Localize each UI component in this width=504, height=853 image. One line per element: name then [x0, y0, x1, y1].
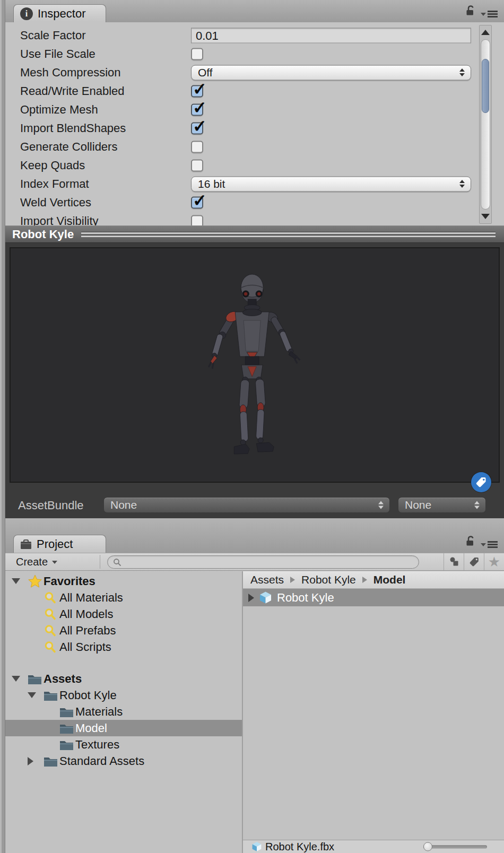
- preview-header[interactable]: Robot Kyle: [5, 225, 504, 243]
- tree-item-materials[interactable]: Materials: [5, 703, 242, 720]
- lock-open-icon[interactable]: [465, 535, 475, 550]
- generate-colliders-checkbox[interactable]: [191, 141, 203, 153]
- tree-item-all-scripts[interactable]: All Scripts: [5, 639, 242, 655]
- scale-factor-row: Scale Factor0.01: [5, 26, 504, 45]
- search-input[interactable]: [125, 556, 413, 568]
- scale-factor-label: Scale Factor: [20, 29, 86, 42]
- assetbundle-variant-dropdown[interactable]: None: [398, 497, 486, 513]
- tree-item-label: All Prefabs: [59, 624, 116, 638]
- tree-item-label: Assets: [44, 672, 82, 686]
- expander-open-icon[interactable]: [12, 676, 28, 682]
- robot-right-arm: [264, 310, 300, 363]
- optimize-mesh-checkbox[interactable]: ✓: [191, 103, 203, 116]
- project-tabbar: Project: [5, 518, 504, 553]
- keep-quads-checkbox[interactable]: [191, 159, 203, 171]
- search-icon: [44, 624, 59, 638]
- checkmark-icon: ✓: [193, 99, 207, 116]
- thumbnail-zoom-slider[interactable]: [423, 842, 487, 851]
- tab-inspector[interactable]: i Inspector: [13, 4, 106, 22]
- assetbundle-value: None: [110, 499, 137, 511]
- scale-factor-field[interactable]: 0.01: [191, 28, 471, 43]
- robot-right-leg: [255, 377, 274, 452]
- tree-item-standard-assets[interactable]: Standard Assets: [5, 753, 242, 769]
- tab-project[interactable]: Project: [13, 535, 106, 553]
- project-main-pane: AssetsRobot KyleModel Robot Kyle Robot K…: [243, 571, 504, 853]
- dropdown-arrows-icon: [378, 501, 384, 509]
- mesh-compression-dropdown[interactable]: Off: [191, 65, 471, 80]
- expander-closed-icon[interactable]: [28, 757, 44, 765]
- optimize-mesh-label: Optimize Mesh: [20, 103, 98, 117]
- toolbar-divider: [100, 555, 100, 569]
- expander-open-icon[interactable]: [28, 692, 44, 698]
- mesh-compression-label: Mesh Compression: [20, 66, 121, 80]
- tree-item-model[interactable]: Model: [5, 720, 242, 736]
- tree-item-label: Textures: [75, 738, 119, 752]
- preview-title: Robot Kyle: [12, 228, 74, 241]
- breadcrumb-robot-kyle[interactable]: Robot Kyle: [301, 573, 356, 586]
- create-button[interactable]: Create: [13, 555, 60, 569]
- tag-icon: [475, 476, 487, 488]
- breadcrumb: AssetsRobot KyleModel: [243, 571, 504, 589]
- panel-menu-icon[interactable]: [481, 541, 498, 550]
- assetbundle-dropdown[interactable]: None: [103, 497, 390, 513]
- scrollbar-track[interactable]: [481, 39, 490, 210]
- tree-item-all-prefabs[interactable]: All Prefabs: [5, 622, 242, 639]
- breadcrumb-assets[interactable]: Assets: [250, 573, 284, 586]
- tag-icon: [468, 556, 480, 568]
- tree-item-all-materials[interactable]: All Materials: [5, 589, 242, 606]
- use-file-scale-row: Use File Scale: [5, 45, 504, 63]
- search-icon: [113, 558, 121, 567]
- filter-by-type-button[interactable]: [444, 553, 464, 570]
- drag-handle-icon[interactable]: [81, 231, 496, 238]
- tree-item-robot-kyle[interactable]: Robot Kyle: [5, 687, 242, 703]
- toolbar-filter-buttons: ★: [444, 553, 504, 570]
- import-visibility-checkbox[interactable]: [191, 215, 203, 225]
- breadcrumb-separator-icon: [362, 577, 367, 583]
- assetbundle-label: AssetBundle: [18, 499, 84, 512]
- breadcrumb-model[interactable]: Model: [373, 573, 406, 586]
- tree-item-label: All Models: [59, 607, 113, 621]
- import-blendshapes-row: Import BlendShapes✓: [5, 119, 504, 137]
- inspector-body: Scale Factor0.01Use File ScaleMesh Compr…: [5, 22, 504, 225]
- favorites-filter-button[interactable]: ★: [484, 553, 504, 570]
- filter-by-label-button[interactable]: [464, 553, 484, 570]
- lock-open-icon[interactable]: [465, 5, 475, 19]
- dropdown-value: Off: [198, 66, 213, 79]
- tree-item-textures[interactable]: Textures: [5, 736, 242, 753]
- tree-item-all-models[interactable]: All Models: [5, 606, 242, 622]
- import-blendshapes-checkbox[interactable]: ✓: [191, 122, 203, 134]
- search-icon: [44, 591, 59, 605]
- index-format-label: Index Format: [20, 177, 89, 191]
- weld-vertices-label: Weld Vertices: [20, 196, 91, 210]
- folder-icon: [44, 690, 59, 701]
- scroll-down-button[interactable]: [480, 210, 491, 223]
- folder-icon: [59, 706, 75, 718]
- tree-item-assets[interactable]: Assets: [5, 671, 242, 687]
- asset-item-robot-kyle[interactable]: Robot Kyle: [243, 589, 504, 606]
- expander-closed-icon[interactable]: [248, 594, 254, 602]
- scroll-up-button[interactable]: [480, 25, 491, 39]
- tree-item-label: Robot Kyle: [59, 689, 117, 702]
- panel-menu-icon[interactable]: [481, 11, 498, 19]
- read-write-enabled-row: Read/Write Enabled✓: [5, 82, 504, 100]
- tree-item-favorites[interactable]: Favorites: [5, 573, 242, 589]
- asset-labels-button[interactable]: [471, 472, 491, 492]
- tree-item-label: Model: [75, 721, 107, 735]
- use-file-scale-checkbox[interactable]: [191, 48, 203, 60]
- index-format-dropdown[interactable]: 16 bit: [191, 176, 471, 192]
- expander-open-icon[interactable]: [12, 578, 28, 584]
- read-write-enabled-checkbox[interactable]: ✓: [191, 85, 203, 97]
- slider-track[interactable]: [423, 846, 487, 849]
- inspector-scrollbar[interactable]: [479, 25, 492, 224]
- tree-item-label: All Scripts: [59, 640, 111, 654]
- assetbundle-variant-value: None: [405, 499, 431, 511]
- model-preview-viewport[interactable]: [10, 247, 500, 483]
- checkmark-icon: ✓: [193, 192, 207, 208]
- scrollbar-thumb[interactable]: [482, 59, 489, 113]
- weld-vertices-checkbox[interactable]: ✓: [191, 196, 203, 208]
- checkmark-icon: ✓: [193, 80, 207, 97]
- read-write-enabled-label: Read/Write Enabled: [20, 84, 125, 98]
- search-field[interactable]: [107, 555, 419, 569]
- slider-knob[interactable]: [423, 842, 432, 851]
- robot-model-image: [188, 272, 316, 457]
